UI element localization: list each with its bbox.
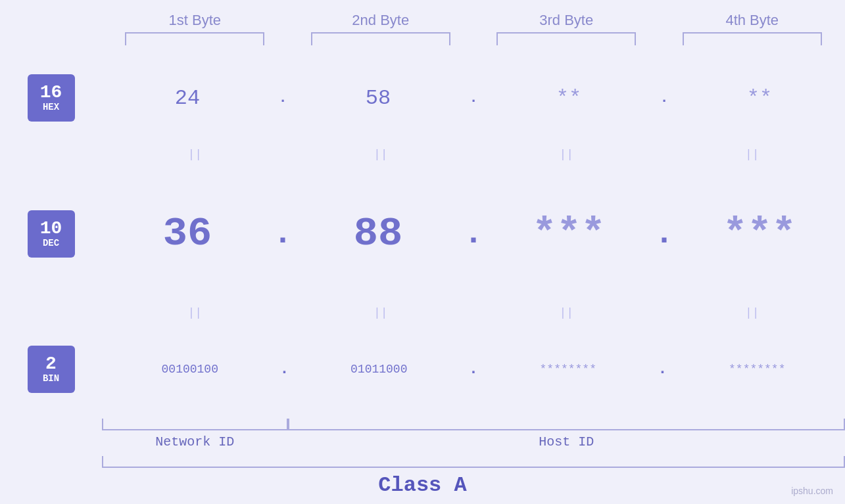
bin-b4: ******** (669, 363, 846, 376)
bin-dot2: . (467, 360, 480, 378)
network-id-label: Network ID (102, 434, 288, 449)
host-id-label: Host ID (288, 434, 846, 449)
bin-b3: ******** (480, 363, 656, 376)
byte1-header: 1st Byte (102, 12, 288, 29)
byte4-header: 4th Byte (660, 12, 846, 29)
main-container: 1st Byte 2nd Byte 3rd Byte 4th Byte 16 H… (0, 0, 845, 504)
top-bracket-3 (496, 32, 636, 45)
dec-dot3: . (654, 215, 674, 252)
bin-badge: 2 BIN (28, 346, 75, 393)
dec-b2: 88 (293, 210, 464, 257)
hex-dot3: . (654, 90, 674, 106)
bottom-bracket-network (102, 419, 288, 430)
sep1: || || || || (0, 145, 845, 164)
sep2: || || || || (0, 303, 845, 323)
bottom-bracket-host (288, 419, 846, 430)
bin-b2: 01011000 (291, 363, 468, 376)
top-bracket-row (0, 32, 845, 45)
hex-dot1: . (273, 90, 293, 106)
bin-b1: 00100100 (102, 363, 278, 376)
dec-b4: *** (674, 210, 845, 257)
top-bracket-4 (683, 32, 822, 45)
hex-badge: 16 HEX (28, 74, 75, 122)
bin-dot3: . (656, 360, 669, 378)
watermark: ipshu.com (791, 486, 833, 496)
bin-dot1: . (278, 360, 291, 378)
hex-b3: ** (483, 86, 654, 110)
top-bracket-2 (311, 32, 450, 45)
hex-b4: ** (674, 86, 845, 110)
dec-b3: *** (483, 210, 654, 257)
hex-b2: 58 (293, 86, 464, 110)
dec-badge: 10 DEC (28, 210, 75, 258)
hex-b1: 24 (102, 86, 273, 110)
byte3-header: 3rd Byte (473, 12, 660, 29)
byte2-header: 2nd Byte (288, 12, 474, 29)
top-bracket-1 (125, 32, 264, 45)
dec-dot2: . (464, 215, 483, 252)
byte-headers: 1st Byte 2nd Byte 3rd Byte 4th Byte (0, 0, 845, 29)
dec-dot1: . (273, 215, 293, 252)
class-label: Class A (0, 473, 845, 504)
hex-dot2: . (464, 90, 483, 106)
dec-b1: 36 (102, 210, 273, 257)
class-bracket (102, 456, 845, 468)
